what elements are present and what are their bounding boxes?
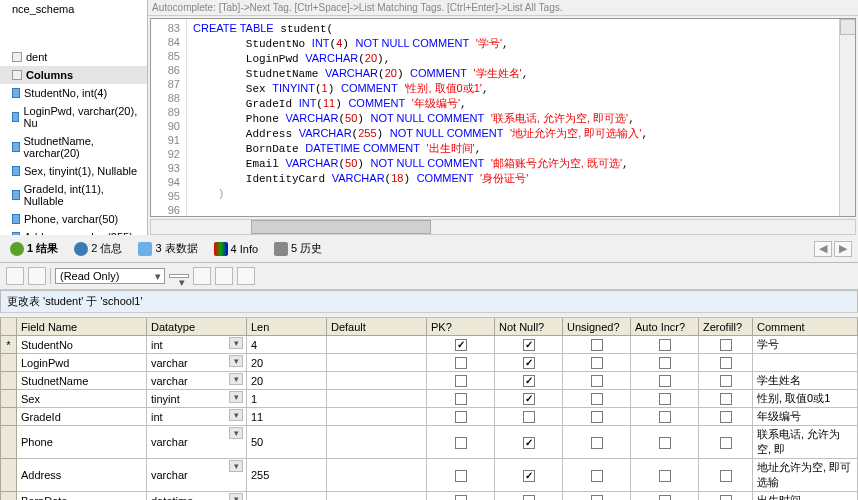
sql-editor[interactable]: CREATE TABLE student( StudentNo INT(4) N… [187,19,839,216]
cell-datatype[interactable]: datetime [147,492,247,501]
table-row[interactable]: BornDatedatetime出生时间 [1,492,858,501]
refresh-button[interactable] [215,267,233,285]
cell-default[interactable] [327,408,427,426]
hdr-comment[interactable]: Comment [753,318,858,336]
checkbox-notnull[interactable] [523,357,535,369]
checkbox-zerofill[interactable] [720,495,732,500]
cell-pk[interactable] [427,408,495,426]
editor-vscroll[interactable] [839,19,855,216]
cell-default[interactable] [327,354,427,372]
checkbox-autoincr[interactable] [659,357,671,369]
col-GradeId[interactable]: GradeId, int(11), Nullable [0,180,147,210]
checkbox-autoincr[interactable] [659,437,671,449]
checkbox-pk[interactable] [455,393,467,405]
cell-notnull[interactable] [495,390,563,408]
cell-pk[interactable] [427,390,495,408]
checkbox-notnull[interactable] [523,470,535,482]
cell-zerofill[interactable] [699,426,753,459]
checkbox-zerofill[interactable] [720,437,732,449]
checkbox-unsigned[interactable] [591,470,603,482]
checkbox-unsigned[interactable] [591,357,603,369]
col-StudnetName[interactable]: StudnetName, varchar(20) [0,132,147,162]
hdr-pk[interactable]: PK? [427,318,495,336]
cell-unsigned[interactable] [563,336,631,354]
table-row[interactable]: *StudentNoint4学号 [1,336,858,354]
table-row[interactable]: Addressvarchar255地址允许为空, 即可选输 [1,459,858,492]
tab-info[interactable]: 4 Info [210,240,263,258]
cell-fieldname[interactable]: Address [17,459,147,492]
cell-notnull[interactable] [495,492,563,501]
checkbox-pk[interactable] [455,437,467,449]
cell-fieldname[interactable]: LoginPwd [17,354,147,372]
checkbox-autoincr[interactable] [659,495,671,500]
cell-zerofill[interactable] [699,492,753,501]
cell-comment[interactable]: 地址允许为空, 即可选输 [753,459,858,492]
cell-unsigned[interactable] [563,426,631,459]
cell-zerofill[interactable] [699,408,753,426]
scroll-up-icon[interactable] [840,19,856,35]
table-row[interactable]: Sextinyint1性别, 取值0或1 [1,390,858,408]
cell-autoincr[interactable] [631,459,699,492]
col-Address[interactable]: Address, varchar(255) [0,228,147,235]
cell-pk[interactable] [427,459,495,492]
checkbox-unsigned[interactable] [591,495,603,500]
checkbox-notnull[interactable] [523,375,535,387]
checkbox-autoincr[interactable] [659,339,671,351]
cell-fieldname[interactable]: Phone [17,426,147,459]
cell-default[interactable] [327,492,427,501]
cell-len[interactable]: 20 [247,354,327,372]
checkbox-zerofill[interactable] [720,393,732,405]
cell-unsigned[interactable] [563,408,631,426]
cell-default[interactable] [327,459,427,492]
cell-unsigned[interactable] [563,492,631,501]
cell-fieldname[interactable]: StudentNo [17,336,147,354]
cell-comment[interactable] [753,354,858,372]
checkbox-pk[interactable] [455,470,467,482]
cell-comment[interactable]: 出生时间 [753,492,858,501]
checkbox-pk[interactable] [455,339,467,351]
checkbox-notnull[interactable] [523,339,535,351]
checkbox-notnull[interactable] [523,411,535,423]
tree-node-columns[interactable]: Columns [0,66,147,84]
table-row[interactable]: Phonevarchar50联系电话, 允许为空, 即 [1,426,858,459]
checkbox-autoincr[interactable] [659,393,671,405]
cell-len[interactable]: 11 [247,408,327,426]
hdr-fieldname[interactable]: Field Name [17,318,147,336]
cell-autoincr[interactable] [631,372,699,390]
save-button[interactable] [193,267,211,285]
col-Phone[interactable]: Phone, varchar(50) [0,210,147,228]
cell-datatype[interactable]: varchar [147,459,247,492]
table-row[interactable]: StudnetNamevarchar20学生姓名 [1,372,858,390]
tree-node-schema[interactable]: nce_schema [0,0,147,18]
columns-grid[interactable]: Field Name Datatype Len Default PK? Not … [0,317,858,500]
checkbox-autoincr[interactable] [659,375,671,387]
cell-fieldname[interactable]: StudnetName [17,372,147,390]
cell-fieldname[interactable]: GradeId [17,408,147,426]
cell-zerofill[interactable] [699,354,753,372]
checkbox-zerofill[interactable] [720,357,732,369]
cell-comment[interactable]: 学生姓名 [753,372,858,390]
cell-notnull[interactable] [495,408,563,426]
hdr-default[interactable]: Default [327,318,427,336]
cell-len[interactable]: 255 [247,459,327,492]
hdr-zerofill[interactable]: Zerofill? [699,318,753,336]
cell-len[interactable]: 1 [247,390,327,408]
cell-datatype[interactable]: varchar [147,354,247,372]
cell-autoincr[interactable] [631,336,699,354]
cell-len[interactable]: 20 [247,372,327,390]
cell-unsigned[interactable] [563,372,631,390]
checkbox-notnull[interactable] [523,393,535,405]
cell-autoincr[interactable] [631,354,699,372]
cell-default[interactable] [327,336,427,354]
checkbox-pk[interactable] [455,495,467,500]
copy-button[interactable] [237,267,255,285]
scroll-thumb[interactable] [251,220,431,234]
cell-pk[interactable] [427,372,495,390]
tree-node-dent[interactable]: dent [0,48,147,66]
hdr-notnull[interactable]: Not Null? [495,318,563,336]
hdr-autoincr[interactable]: Auto Incr? [631,318,699,336]
checkbox-pk[interactable] [455,357,467,369]
cell-zerofill[interactable] [699,459,753,492]
cell-len[interactable]: 4 [247,336,327,354]
checkbox-zerofill[interactable] [720,375,732,387]
